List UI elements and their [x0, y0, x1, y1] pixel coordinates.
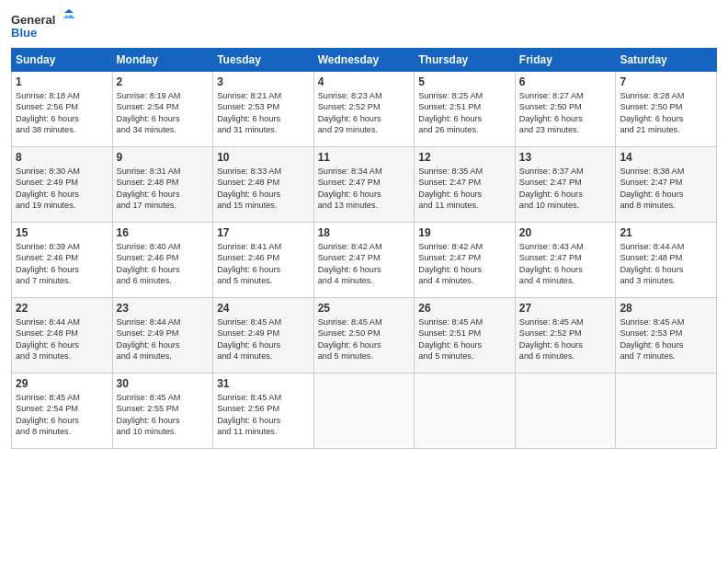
- day-cell: 29Sunrise: 8:45 AM Sunset: 2:54 PM Dayli…: [12, 373, 113, 449]
- header: General Blue: [11, 9, 717, 42]
- day-info: Sunrise: 8:39 AM Sunset: 2:46 PM Dayligh…: [16, 241, 108, 287]
- day-number: 15: [16, 226, 108, 239]
- day-cell: 23Sunrise: 8:44 AM Sunset: 2:49 PM Dayli…: [112, 298, 213, 373]
- logo-svg: General Blue: [11, 9, 75, 42]
- day-number: 4: [318, 75, 411, 88]
- column-header-friday: Friday: [515, 49, 616, 72]
- day-cell: 25Sunrise: 8:45 AM Sunset: 2:50 PM Dayli…: [313, 298, 415, 373]
- day-info: Sunrise: 8:18 AM Sunset: 2:56 PM Dayligh…: [16, 90, 108, 136]
- svg-text:Blue: Blue: [11, 26, 37, 40]
- day-number: 22: [16, 302, 108, 315]
- day-info: Sunrise: 8:37 AM Sunset: 2:47 PM Dayligh…: [519, 166, 612, 212]
- day-number: 1: [16, 75, 108, 88]
- day-info: Sunrise: 8:38 AM Sunset: 2:47 PM Dayligh…: [620, 166, 712, 212]
- week-row-1: 1Sunrise: 8:18 AM Sunset: 2:56 PM Daylig…: [12, 72, 717, 147]
- day-cell: 27Sunrise: 8:45 AM Sunset: 2:52 PM Dayli…: [515, 298, 616, 373]
- svg-marker-2: [64, 9, 74, 13]
- day-cell: 17Sunrise: 8:41 AM Sunset: 2:46 PM Dayli…: [213, 223, 314, 298]
- day-info: Sunrise: 8:19 AM Sunset: 2:54 PM Dayligh…: [117, 90, 210, 136]
- day-info: Sunrise: 8:44 AM Sunset: 2:48 PM Dayligh…: [620, 241, 712, 287]
- day-number: 18: [318, 226, 411, 239]
- day-info: Sunrise: 8:44 AM Sunset: 2:48 PM Dayligh…: [16, 316, 108, 362]
- day-cell: 1Sunrise: 8:18 AM Sunset: 2:56 PM Daylig…: [12, 72, 113, 147]
- day-info: Sunrise: 8:31 AM Sunset: 2:48 PM Dayligh…: [117, 166, 210, 212]
- day-cell: 6Sunrise: 8:27 AM Sunset: 2:50 PM Daylig…: [515, 72, 616, 147]
- day-number: 27: [519, 302, 612, 315]
- day-cell: 2Sunrise: 8:19 AM Sunset: 2:54 PM Daylig…: [112, 72, 213, 147]
- day-number: 8: [16, 151, 108, 164]
- day-cell: 21Sunrise: 8:44 AM Sunset: 2:48 PM Dayli…: [616, 223, 717, 298]
- day-cell: 12Sunrise: 8:35 AM Sunset: 2:47 PM Dayli…: [415, 147, 516, 223]
- day-number: 30: [117, 377, 210, 390]
- day-info: Sunrise: 8:28 AM Sunset: 2:50 PM Dayligh…: [620, 90, 712, 136]
- day-cell: [515, 373, 616, 449]
- day-cell: 30Sunrise: 8:45 AM Sunset: 2:55 PM Dayli…: [112, 373, 213, 449]
- day-number: 6: [519, 75, 612, 88]
- day-cell: [313, 373, 415, 449]
- week-row-2: 8Sunrise: 8:30 AM Sunset: 2:49 PM Daylig…: [12, 147, 717, 223]
- day-cell: 15Sunrise: 8:39 AM Sunset: 2:46 PM Dayli…: [12, 223, 113, 298]
- day-info: Sunrise: 8:35 AM Sunset: 2:47 PM Dayligh…: [418, 166, 511, 212]
- day-cell: 26Sunrise: 8:45 AM Sunset: 2:51 PM Dayli…: [415, 298, 516, 373]
- day-cell: 14Sunrise: 8:38 AM Sunset: 2:47 PM Dayli…: [616, 147, 717, 223]
- day-cell: 8Sunrise: 8:30 AM Sunset: 2:49 PM Daylig…: [12, 147, 113, 223]
- day-number: 14: [620, 151, 712, 164]
- day-number: 12: [418, 151, 511, 164]
- column-header-saturday: Saturday: [616, 49, 717, 72]
- day-info: Sunrise: 8:45 AM Sunset: 2:56 PM Dayligh…: [217, 392, 310, 438]
- week-row-4: 22Sunrise: 8:44 AM Sunset: 2:48 PM Dayli…: [12, 298, 717, 373]
- day-number: 9: [117, 151, 210, 164]
- day-cell: 20Sunrise: 8:43 AM Sunset: 2:47 PM Dayli…: [515, 223, 616, 298]
- day-cell: 22Sunrise: 8:44 AM Sunset: 2:48 PM Dayli…: [12, 298, 113, 373]
- column-header-wednesday: Wednesday: [313, 49, 415, 72]
- column-header-tuesday: Tuesday: [213, 49, 314, 72]
- day-cell: 24Sunrise: 8:45 AM Sunset: 2:49 PM Dayli…: [213, 298, 314, 373]
- day-info: Sunrise: 8:30 AM Sunset: 2:49 PM Dayligh…: [16, 166, 108, 212]
- day-number: 23: [117, 302, 210, 315]
- day-number: 3: [217, 75, 310, 88]
- day-number: 21: [620, 226, 712, 239]
- day-cell: 3Sunrise: 8:21 AM Sunset: 2:53 PM Daylig…: [213, 72, 314, 147]
- day-number: 5: [418, 75, 511, 88]
- day-info: Sunrise: 8:41 AM Sunset: 2:46 PM Dayligh…: [217, 241, 310, 287]
- day-number: 10: [217, 151, 310, 164]
- day-info: Sunrise: 8:45 AM Sunset: 2:49 PM Dayligh…: [217, 316, 310, 362]
- day-info: Sunrise: 8:21 AM Sunset: 2:53 PM Dayligh…: [217, 90, 310, 136]
- page-container: General Blue SundayMondayTuesdayWednesda…: [0, 0, 728, 456]
- day-cell: 16Sunrise: 8:40 AM Sunset: 2:46 PM Dayli…: [112, 223, 213, 298]
- day-number: 28: [620, 302, 712, 315]
- logo: General Blue: [11, 9, 75, 42]
- day-number: 31: [217, 377, 310, 390]
- column-header-thursday: Thursday: [415, 49, 516, 72]
- day-cell: 9Sunrise: 8:31 AM Sunset: 2:48 PM Daylig…: [112, 147, 213, 223]
- day-number: 24: [217, 302, 310, 315]
- day-number: 29: [16, 377, 108, 390]
- day-number: 17: [217, 226, 310, 239]
- day-cell: 4Sunrise: 8:23 AM Sunset: 2:52 PM Daylig…: [313, 72, 415, 147]
- day-info: Sunrise: 8:45 AM Sunset: 2:53 PM Dayligh…: [620, 316, 712, 362]
- day-info: Sunrise: 8:40 AM Sunset: 2:46 PM Dayligh…: [117, 241, 210, 287]
- day-cell: 5Sunrise: 8:25 AM Sunset: 2:51 PM Daylig…: [415, 72, 516, 147]
- day-info: Sunrise: 8:33 AM Sunset: 2:48 PM Dayligh…: [217, 166, 310, 212]
- day-info: Sunrise: 8:43 AM Sunset: 2:47 PM Dayligh…: [519, 241, 612, 287]
- day-info: Sunrise: 8:42 AM Sunset: 2:47 PM Dayligh…: [418, 241, 511, 287]
- day-info: Sunrise: 8:34 AM Sunset: 2:47 PM Dayligh…: [318, 166, 411, 212]
- day-cell: 28Sunrise: 8:45 AM Sunset: 2:53 PM Dayli…: [616, 298, 717, 373]
- day-cell: 11Sunrise: 8:34 AM Sunset: 2:47 PM Dayli…: [313, 147, 415, 223]
- day-cell: 18Sunrise: 8:42 AM Sunset: 2:47 PM Dayli…: [313, 223, 415, 298]
- calendar-table: SundayMondayTuesdayWednesdayThursdayFrid…: [11, 48, 717, 449]
- column-header-sunday: Sunday: [12, 49, 113, 72]
- day-number: 20: [519, 226, 612, 239]
- day-cell: 10Sunrise: 8:33 AM Sunset: 2:48 PM Dayli…: [213, 147, 314, 223]
- day-info: Sunrise: 8:45 AM Sunset: 2:52 PM Dayligh…: [519, 316, 612, 362]
- day-number: 11: [318, 151, 411, 164]
- day-number: 7: [620, 75, 712, 88]
- day-info: Sunrise: 8:45 AM Sunset: 2:50 PM Dayligh…: [318, 316, 411, 362]
- day-number: 2: [117, 75, 210, 88]
- day-number: 19: [418, 226, 511, 239]
- day-number: 16: [117, 226, 210, 239]
- svg-text:General: General: [11, 13, 55, 27]
- day-cell: 31Sunrise: 8:45 AM Sunset: 2:56 PM Dayli…: [213, 373, 314, 449]
- week-row-5: 29Sunrise: 8:45 AM Sunset: 2:54 PM Dayli…: [12, 373, 717, 449]
- day-cell: 7Sunrise: 8:28 AM Sunset: 2:50 PM Daylig…: [616, 72, 717, 147]
